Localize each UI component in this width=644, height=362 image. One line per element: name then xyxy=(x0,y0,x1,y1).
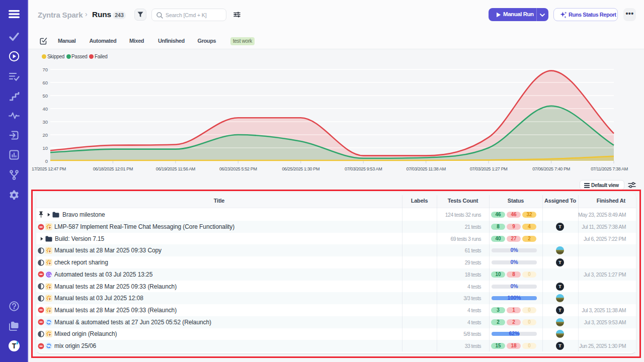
svg-text:30: 30 xyxy=(42,119,48,125)
svg-text:10: 10 xyxy=(42,145,48,151)
svg-text:06/23/2025 5:52 PM: 06/23/2025 5:52 PM xyxy=(219,166,257,171)
svg-text:07/03/2025 1:27 PM: 07/03/2025 1:27 PM xyxy=(470,166,508,171)
svg-text:20: 20 xyxy=(42,132,48,138)
svg-text:07/11/2025 7:38 AM: 07/11/2025 7:38 AM xyxy=(591,166,628,171)
svg-text:0: 0 xyxy=(45,158,48,164)
svg-text:06/19/2025 11:56 AM: 06/19/2025 11:56 AM xyxy=(156,166,195,171)
svg-text:07/03/2025 9:53 AM: 07/03/2025 9:53 AM xyxy=(345,166,382,171)
svg-text:07/06/2025 7:40 PM: 07/06/2025 7:40 PM xyxy=(532,166,570,171)
svg-text:60: 60 xyxy=(42,80,48,85)
svg-text:06/18/2025 12:01 PM: 06/18/2025 12:01 PM xyxy=(93,166,133,171)
svg-text:40: 40 xyxy=(42,106,48,112)
svg-text:50: 50 xyxy=(42,93,48,99)
svg-text:70: 70 xyxy=(42,67,48,72)
svg-text:07/03/2025 11:38 AM: 07/03/2025 11:38 AM xyxy=(407,166,446,171)
svg-text:17/2025 12:47 PM: 17/2025 12:47 PM xyxy=(32,166,66,171)
svg-text:06/25/2025 1:30 PM: 06/25/2025 1:30 PM xyxy=(282,166,319,171)
